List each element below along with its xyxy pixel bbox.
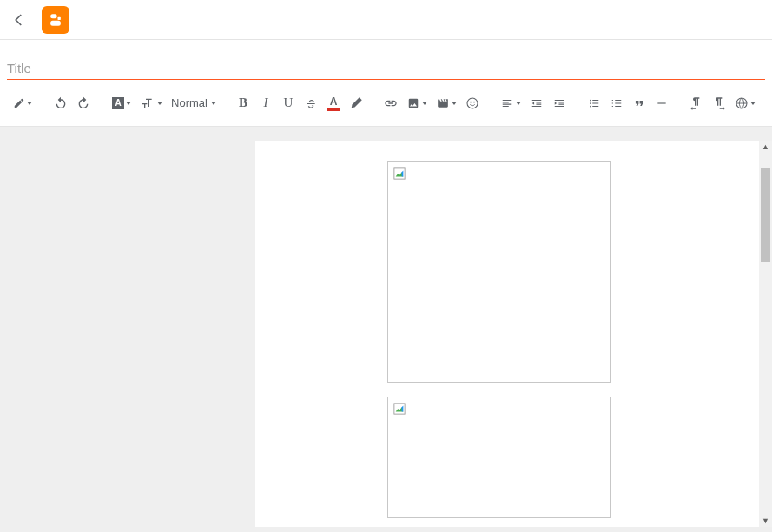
insert-video-dropdown[interactable]: [432, 91, 460, 115]
svg-point-7: [590, 102, 591, 104]
title-input[interactable]: [7, 57, 765, 80]
title-bar: [0, 40, 772, 80]
editor-area: ▲ ▼: [0, 127, 772, 527]
italic-button[interactable]: I: [255, 91, 276, 115]
scrollbar[interactable]: ▲ ▼: [759, 141, 772, 527]
strikethrough-button[interactable]: [300, 91, 321, 115]
scrollbar-thumb[interactable]: [761, 168, 770, 262]
underline-button[interactable]: U: [278, 91, 299, 115]
formatting-toolbar: A Normal B I U A: [0, 80, 772, 127]
svg-rect-2: [58, 16, 61, 19]
font-size-dropdown[interactable]: [137, 91, 165, 115]
svg-marker-13: [402, 171, 404, 177]
scroll-up-arrow[interactable]: ▲: [760, 141, 771, 153]
text-color-button[interactable]: A: [323, 91, 344, 115]
svg-point-3: [467, 98, 478, 108]
undo-button[interactable]: [50, 91, 71, 115]
highlight-button[interactable]: [346, 91, 366, 115]
app-header: [0, 0, 772, 40]
insert-image-dropdown[interactable]: [403, 91, 431, 115]
scroll-down-arrow[interactable]: ▼: [760, 515, 771, 527]
left-gutter: [0, 127, 255, 527]
font-family-dropdown[interactable]: A: [108, 91, 135, 115]
align-dropdown[interactable]: [497, 91, 525, 115]
svg-point-5: [473, 101, 475, 102]
broken-image-icon: [393, 167, 406, 180]
redo-button[interactable]: [73, 91, 94, 115]
editor-canvas[interactable]: ▲ ▼: [255, 141, 772, 527]
svg-rect-9: [657, 102, 665, 103]
ltr-button[interactable]: [686, 91, 707, 115]
compose-mode-dropdown[interactable]: [9, 91, 36, 115]
decrease-indent-button[interactable]: [526, 91, 547, 115]
bullet-list-button[interactable]: [584, 91, 604, 115]
rtl-button[interactable]: [709, 91, 729, 115]
svg-rect-1: [50, 20, 61, 25]
numbered-list-button[interactable]: [606, 91, 627, 115]
increase-indent-button[interactable]: [549, 91, 570, 115]
quote-button[interactable]: [629, 91, 650, 115]
image-placeholder[interactable]: [387, 397, 611, 518]
input-tools-dropdown[interactable]: [731, 91, 759, 115]
horizontal-rule-button[interactable]: [651, 91, 672, 115]
svg-point-6: [590, 99, 591, 101]
blogger-logo: [42, 6, 69, 34]
svg-marker-16: [402, 406, 404, 412]
bold-button[interactable]: B: [233, 91, 254, 115]
svg-point-4: [470, 101, 472, 102]
svg-point-8: [590, 105, 591, 107]
insert-emoji-button[interactable]: [462, 91, 483, 115]
image-placeholder[interactable]: [387, 161, 611, 383]
back-button[interactable]: [10, 11, 28, 29]
paragraph-style-dropdown[interactable]: Normal: [167, 91, 219, 115]
insert-link-button[interactable]: [380, 91, 401, 115]
broken-image-icon: [393, 403, 406, 415]
svg-rect-0: [50, 14, 56, 18]
